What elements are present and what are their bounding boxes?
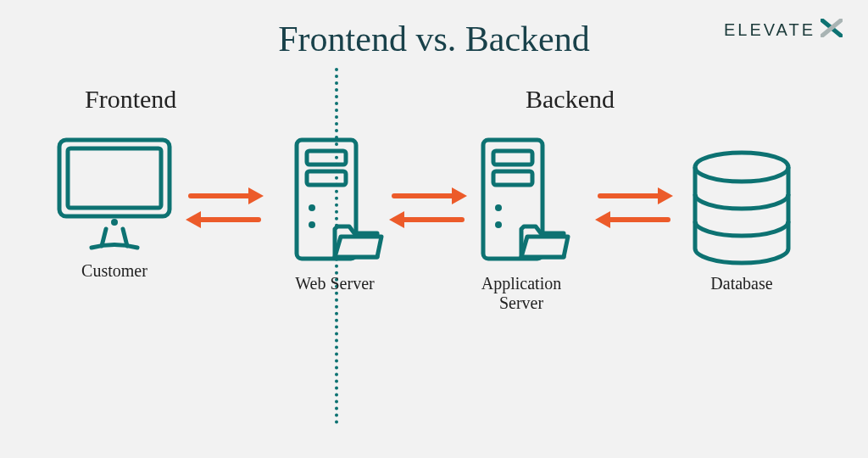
svg-rect-9 [493, 151, 532, 165]
svg-point-12 [495, 221, 502, 228]
server-icon [271, 136, 398, 267]
arrows-customer-web [182, 182, 267, 233]
svg-point-11 [495, 204, 502, 211]
svg-rect-4 [307, 151, 346, 165]
section-label-backend: Backend [526, 85, 615, 114]
svg-marker-21 [389, 211, 404, 228]
server-icon [458, 136, 585, 267]
svg-point-13 [695, 153, 788, 182]
monitor-icon [51, 127, 178, 254]
svg-marker-23 [658, 187, 673, 204]
node-app-server: Application Server [458, 136, 585, 313]
node-customer: Customer [51, 127, 178, 281]
svg-marker-17 [186, 211, 201, 228]
svg-marker-19 [452, 187, 467, 204]
database-icon [678, 148, 805, 267]
svg-rect-1 [68, 148, 161, 208]
diagram-title: Frontend vs. Backend [0, 19, 868, 59]
svg-marker-15 [248, 187, 264, 204]
node-web-server: Web Server [271, 136, 398, 293]
node-label-db: Database [678, 274, 805, 293]
node-label-app: Application Server [458, 274, 585, 313]
arrows-web-app [386, 182, 470, 233]
arrows-app-db [592, 182, 676, 233]
svg-rect-10 [493, 171, 532, 185]
svg-point-2 [111, 219, 118, 226]
svg-marker-25 [595, 211, 610, 228]
svg-rect-0 [59, 140, 170, 216]
section-label-frontend: Frontend [85, 85, 176, 114]
svg-point-7 [309, 221, 315, 228]
node-label-web: Web Server [271, 274, 398, 293]
svg-rect-5 [307, 171, 346, 185]
node-database: Database [678, 148, 805, 293]
node-label-customer: Customer [51, 261, 178, 281]
svg-point-6 [309, 204, 315, 211]
